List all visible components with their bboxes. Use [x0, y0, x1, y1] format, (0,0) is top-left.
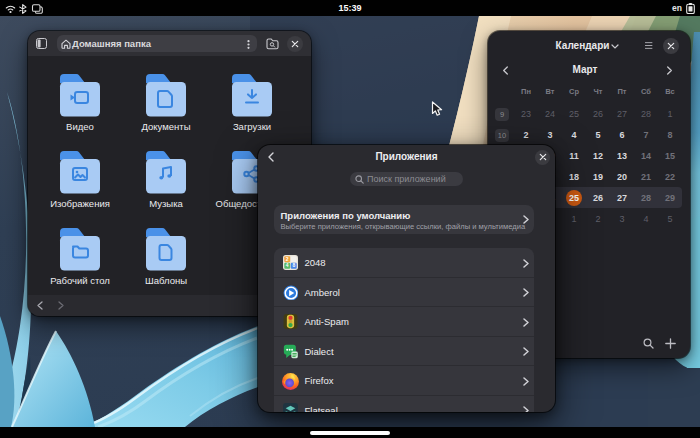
svg-text:8: 8 [292, 264, 295, 269]
svg-text:2: 2 [285, 257, 288, 262]
svg-text:4: 4 [285, 264, 288, 269]
